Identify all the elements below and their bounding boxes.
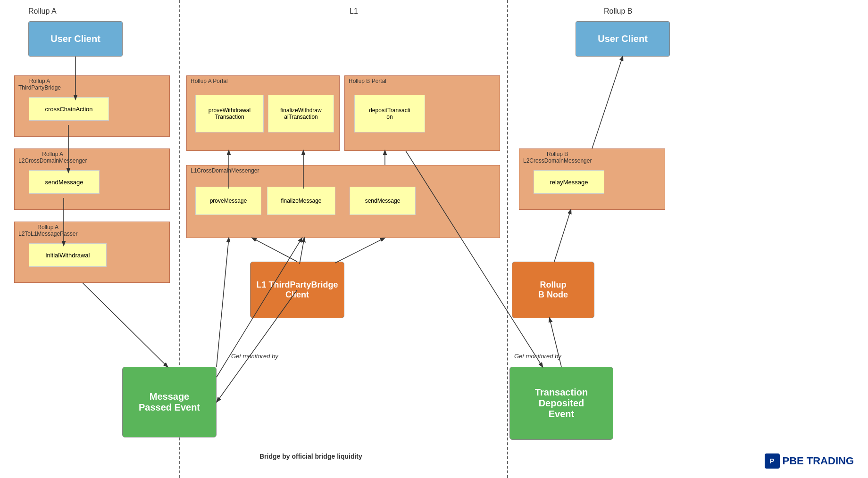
- l1-third-party-bridge: L1 ThirdPartyBridgeClient: [250, 262, 344, 318]
- divider-right: [507, 0, 508, 478]
- send-message-a: sendMessage: [29, 170, 100, 194]
- rollup-a-portal-container: Rollup A Portal proveWithdrawalTransacti…: [186, 75, 340, 151]
- col-label-l1: L1: [307, 7, 401, 16]
- l1-cross-domain-container: L1CrossDomainMessenger proveMessage fina…: [186, 165, 500, 238]
- rollup-b-portal-label: Rollup B Portal: [349, 78, 386, 84]
- svg-line-8: [252, 238, 297, 262]
- diagram-container: Rollup A L1 Rollup B User Client User Cl…: [0, 0, 868, 478]
- get-monitored-a: Get monitored by: [231, 353, 278, 360]
- deposit-transaction: depositTransaction: [354, 95, 425, 132]
- rollup-a-tpb-label: Rollup AThirdPartyBridge: [18, 78, 61, 91]
- get-monitored-b: Get monitored by: [514, 353, 561, 360]
- col-label-rollup-b: Rollup B: [604, 7, 632, 16]
- svg-line-9: [300, 238, 304, 264]
- l1-cross-domain-label: L1CrossDomainMessenger: [191, 167, 259, 174]
- svg-line-14: [554, 210, 571, 262]
- prove-message: proveMessage: [195, 187, 261, 215]
- rollup-a-l2tol1-container: Rollup AL2ToL1MessagePasser initialWithd…: [14, 222, 170, 283]
- relay-message: relayMessage: [534, 170, 604, 194]
- send-message-l1: sendMessage: [350, 187, 416, 215]
- rollup-a-l2cross-container: Rollup AL2CrossDomainMessenger sendMessa…: [14, 148, 170, 210]
- brand-icon: P: [765, 453, 780, 469]
- rollup-a-portal-label: Rollup A Portal: [191, 78, 228, 84]
- svg-line-4: [217, 238, 229, 367]
- rollup-a-l2tol1-label: Rollup AL2ToL1MessagePasser: [18, 224, 77, 237]
- initial-withdrawal: initialWithdrawal: [29, 243, 107, 267]
- rollup-b-node: RollupB Node: [512, 262, 594, 318]
- user-client-a: User Client: [28, 21, 123, 57]
- transaction-deposited-event: TransactionDepositedEvent: [509, 367, 613, 440]
- col-label-rollup-a: Rollup A: [28, 7, 57, 16]
- rollup-a-third-party-bridge-container: Rollup AThirdPartyBridge crossChainActio…: [14, 75, 170, 137]
- user-client-b: User Client: [576, 21, 670, 57]
- svg-line-3: [83, 283, 167, 367]
- rollup-a-l2cross-label: Rollup AL2CrossDomainMessenger: [18, 151, 87, 164]
- cross-chain-action: crossChainAction: [29, 97, 109, 121]
- svg-line-15: [592, 57, 623, 148]
- bridge-label: Bridge by official bridge liquidity: [259, 453, 362, 460]
- finalize-message: finalizeMessage: [267, 187, 335, 215]
- svg-line-10: [335, 238, 384, 263]
- prove-withdrawal-transaction: proveWithdrawalTransaction: [195, 95, 264, 132]
- rollup-b-l2cross-container: Rollup BL2CrossDomainMessenger relayMess…: [519, 148, 665, 210]
- brand-trading: TRADING: [807, 455, 854, 467]
- rollup-b-portal-container: Rollup B Portal depositTransaction: [344, 75, 500, 151]
- brand: P PBE TRADING: [765, 453, 854, 469]
- brand-pbe: PBE: [783, 455, 804, 467]
- message-passed-event: MessagePassed Event: [122, 367, 217, 437]
- rollup-b-l2cross-label: Rollup BL2CrossDomainMessenger: [523, 151, 592, 164]
- finalize-withdrawal-transaction: finalizeWithdrawalTransaction: [268, 95, 334, 132]
